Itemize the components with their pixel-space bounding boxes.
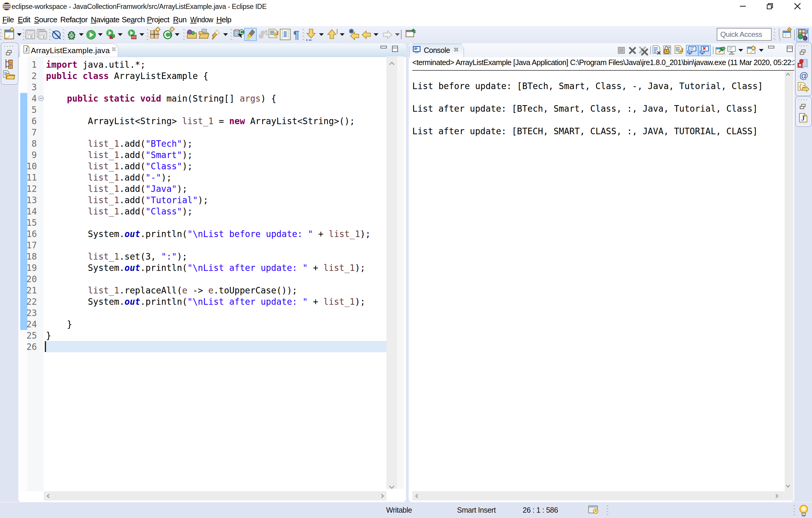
svg-text:¶: ¶ [293, 29, 299, 41]
svg-text:J: J [801, 114, 805, 122]
svg-text:J: J [805, 28, 808, 35]
svg-text:@: @ [799, 71, 808, 81]
svg-text:J: J [25, 47, 28, 53]
